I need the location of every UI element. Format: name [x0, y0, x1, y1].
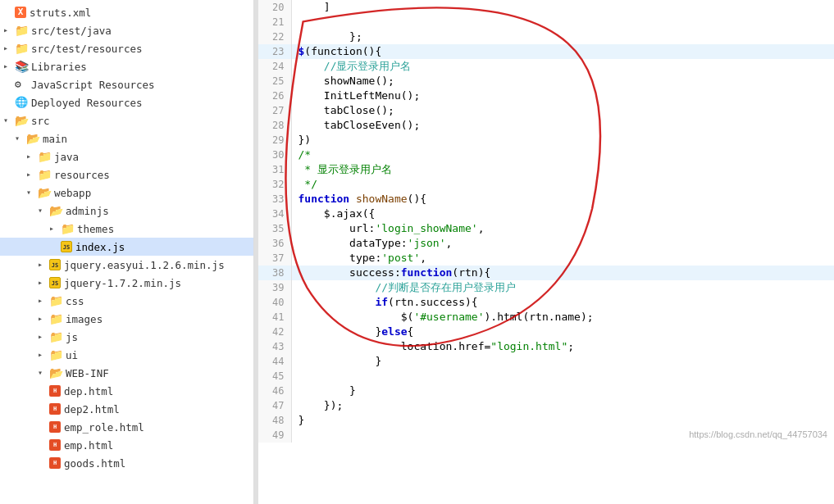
tree-item-index-js[interactable]: JS index.js: [0, 238, 253, 256]
code-line-48: 48 }: [258, 413, 834, 428]
tree-item-jquery-172[interactable]: JS jquery-1.7.2.min.js: [0, 274, 253, 292]
line-content: $('#username').html(rtn.name);: [291, 310, 834, 325]
code-line-24: 24 //显示登录用户名: [258, 59, 834, 74]
folder-open-icon-adminjs: 📂: [49, 204, 62, 217]
tree-item-js-resources[interactable]: ⚙ JavaScript Resources: [0, 75, 253, 93]
line-content: /*: [291, 148, 834, 162]
line-content: [291, 369, 834, 384]
tree-item-src-test-java[interactable]: 📁 src/test/java: [0, 21, 253, 39]
tree-item-src-test-resources[interactable]: 📁 src/test/resources: [0, 39, 253, 57]
line-number: 29: [258, 133, 291, 148]
code-line-46: 46 }: [258, 384, 834, 398]
lib-icon: 📚: [15, 60, 28, 73]
line-number: 35: [258, 221, 291, 236]
code-line-36: 36 dataType:'json',: [258, 236, 834, 251]
line-number: 47: [258, 398, 291, 413]
tree-item-adminjs[interactable]: 📂 adminjs: [0, 202, 253, 220]
tree-item-struts-xml[interactable]: X struts.xml: [0, 3, 253, 21]
code-line-20: 20 ]: [258, 0, 834, 15]
arrow-src-test-java: [3, 25, 13, 35]
folder-open-icon-2: 📂: [26, 132, 39, 145]
label-struts-xml: struts.xml: [30, 7, 253, 19]
folder-icon: 📁: [15, 24, 28, 37]
line-number: 31: [258, 162, 291, 177]
tree-item-ui[interactable]: 📁 ui: [0, 346, 253, 364]
line-content: //显示登录用户名: [291, 59, 834, 74]
tree-item-deployed[interactable]: 🌐 Deployed Resources: [0, 93, 253, 111]
line-content: tabClose();: [291, 103, 834, 118]
arrow-adminjs: [38, 206, 48, 216]
label-resources: resources: [54, 169, 253, 181]
tree-item-css[interactable]: 📁 css: [0, 292, 253, 310]
line-content: function showName(){: [291, 192, 834, 207]
folder-open-icon: 📂: [15, 114, 28, 127]
html-file-icon-2: H: [49, 403, 61, 415]
tree-item-web-inf[interactable]: 📂 WEB-INF: [0, 364, 253, 382]
tree-item-dep-html[interactable]: H dep.html: [0, 382, 253, 400]
line-number: 27: [258, 103, 291, 118]
tree-item-goods-html[interactable]: H goods.html: [0, 454, 253, 472]
deployed-icon: 🌐: [15, 96, 28, 109]
line-number: 48: [258, 413, 291, 428]
label-index-js: index.js: [75, 241, 253, 253]
tree-item-emp-role-html[interactable]: H emp_role.html: [0, 418, 253, 436]
folder-icon-themes: 📁: [61, 222, 74, 235]
code-line-31: 31 * 显示登录用户名: [258, 162, 834, 177]
line-number: 28: [258, 118, 291, 133]
line-number: 30: [258, 148, 291, 162]
js-file-icon: JS: [61, 241, 72, 252]
arrow-js: [38, 332, 48, 342]
line-content: $(function(){: [291, 44, 834, 59]
line-number: 49: [258, 428, 291, 443]
code-line-38: 38 success:function(rtn){: [258, 266, 834, 280]
label-libraries: Libraries: [31, 61, 253, 73]
line-content: InitLeftMenu();: [291, 89, 834, 103]
code-line-28: 28 tabCloseEven();: [258, 118, 834, 133]
label-deployed: Deployed Resources: [31, 97, 253, 109]
tree-item-java[interactable]: 📁 java: [0, 148, 253, 166]
line-content: //判断是否存在用户登录用户: [291, 280, 834, 295]
code-line-30: 30 /*: [258, 148, 834, 162]
line-content: [291, 15, 834, 30]
label-ui: ui: [66, 349, 253, 361]
tree-item-resources[interactable]: 📁 resources: [0, 166, 253, 184]
line-number: 43: [258, 339, 291, 354]
label-themes: themes: [77, 223, 253, 235]
tree-item-themes[interactable]: 📁 themes: [0, 220, 253, 238]
code-line-43: 43 location.href="login.html";: [258, 339, 834, 354]
label-main: main: [43, 133, 253, 145]
label-src-test-java: src/test/java: [31, 25, 253, 37]
code-table: 20 ] 21 22 }; 23 $(function(){: [258, 0, 834, 443]
code-line-35: 35 url:'login_showName',: [258, 221, 834, 236]
tree-item-emp-html[interactable]: H emp.html: [0, 436, 253, 454]
line-number: 20: [258, 0, 291, 15]
code-line-25: 25 showName();: [258, 74, 834, 89]
tree-item-js[interactable]: 📁 js: [0, 328, 253, 346]
js-file-icon-2: JS: [49, 259, 61, 270]
arrow-web-inf: [38, 368, 48, 378]
tree-item-webapp[interactable]: 📂 webapp: [0, 184, 253, 202]
line-number: 46: [258, 384, 291, 398]
line-number: 37: [258, 251, 291, 266]
tree-item-images[interactable]: 📁 images: [0, 310, 253, 328]
label-emp-html: emp.html: [64, 439, 253, 452]
label-goods-html: goods.html: [64, 457, 253, 470]
code-line-22: 22 };: [258, 30, 834, 44]
label-jquery-172: jquery-1.7.2.min.js: [64, 277, 253, 289]
tree-item-main[interactable]: 📂 main: [0, 129, 253, 148]
folder-icon-java: 📁: [38, 150, 51, 163]
tree-item-jquery-easyui[interactable]: JS jquery.easyui.1.2.6.min.js: [0, 256, 253, 274]
tree-item-libraries[interactable]: 📚 Libraries: [0, 57, 253, 75]
file-tree[interactable]: X struts.xml 📁 src/test/java 📁 src/test/…: [0, 0, 254, 504]
arrow-java: [26, 152, 36, 161]
code-editor: 20 ] 21 22 }; 23 $(function(){: [258, 0, 834, 504]
html-file-icon-3: H: [49, 421, 61, 433]
label-src: src: [31, 115, 253, 127]
line-content: dataType:'json',: [291, 236, 834, 251]
folder-open-icon-webapp: 📂: [38, 186, 51, 199]
tree-item-dep2-html[interactable]: H dep2.html: [0, 400, 253, 418]
line-number: 24: [258, 59, 291, 74]
arrow-jquery-easyui: [38, 260, 48, 270]
line-number: 45: [258, 369, 291, 384]
tree-item-src[interactable]: 📂 src: [0, 111, 253, 129]
